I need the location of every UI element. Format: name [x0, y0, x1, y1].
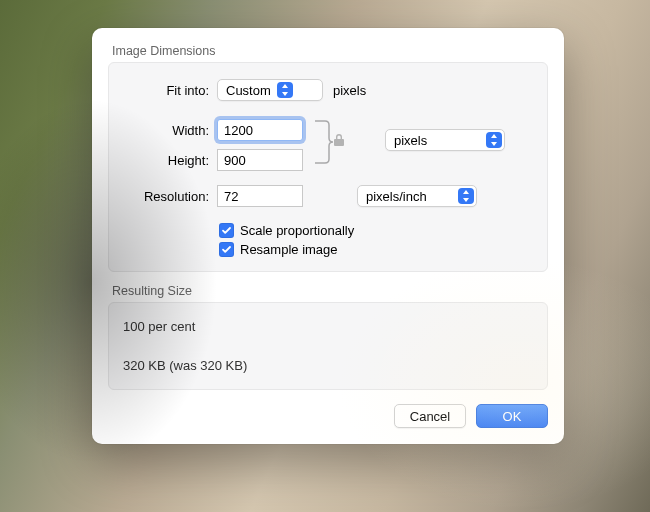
- width-input[interactable]: [217, 119, 303, 141]
- chevron-updown-icon: [458, 188, 474, 204]
- resample-image-checkbox[interactable]: Resample image: [219, 242, 533, 257]
- chevron-updown-icon: [277, 82, 293, 98]
- fit-into-label: Fit into:: [123, 83, 217, 98]
- height-input[interactable]: [217, 149, 303, 171]
- resolution-unit-value: pixels/inch: [366, 189, 452, 204]
- resulting-size-label: Resulting Size: [112, 284, 548, 298]
- result-percent: 100 per cent: [123, 319, 533, 334]
- chevron-updown-icon: [486, 132, 502, 148]
- checkbox-checked-icon: [219, 242, 234, 257]
- width-height-block: Width: Height: pixels: [123, 115, 533, 175]
- resample-image-label: Resample image: [240, 242, 338, 257]
- height-label: Height:: [123, 153, 217, 168]
- lock-icon: [333, 133, 345, 150]
- fit-into-row: Fit into: Custom pixels: [123, 75, 533, 105]
- resolution-label: Resolution:: [123, 189, 217, 204]
- dimensions-unit-value: pixels: [394, 133, 480, 148]
- resolution-row: Resolution: pixels/inch: [123, 181, 533, 211]
- image-size-dialog: Image Dimensions Fit into: Custom pixels…: [92, 28, 564, 444]
- image-dimensions-label: Image Dimensions: [112, 44, 548, 58]
- fit-into-unit-label: pixels: [333, 83, 366, 98]
- fit-into-select[interactable]: Custom: [217, 79, 323, 101]
- width-label: Width:: [123, 123, 217, 138]
- scale-proportionally-label: Scale proportionally: [240, 223, 354, 238]
- resolution-input[interactable]: [217, 185, 303, 207]
- resulting-size-panel: 100 per cent 320 KB (was 320 KB): [108, 302, 548, 390]
- checkbox-checked-icon: [219, 223, 234, 238]
- ok-button[interactable]: OK: [476, 404, 548, 428]
- cancel-button[interactable]: Cancel: [394, 404, 466, 428]
- scale-proportionally-checkbox[interactable]: Scale proportionally: [219, 223, 533, 238]
- dialog-buttons: Cancel OK: [108, 404, 548, 428]
- result-size: 320 KB (was 320 KB): [123, 358, 533, 373]
- dimensions-unit-select[interactable]: pixels: [385, 129, 505, 151]
- image-dimensions-panel: Fit into: Custom pixels Width: Height:: [108, 62, 548, 272]
- resolution-unit-select[interactable]: pixels/inch: [357, 185, 477, 207]
- fit-into-value: Custom: [226, 83, 271, 98]
